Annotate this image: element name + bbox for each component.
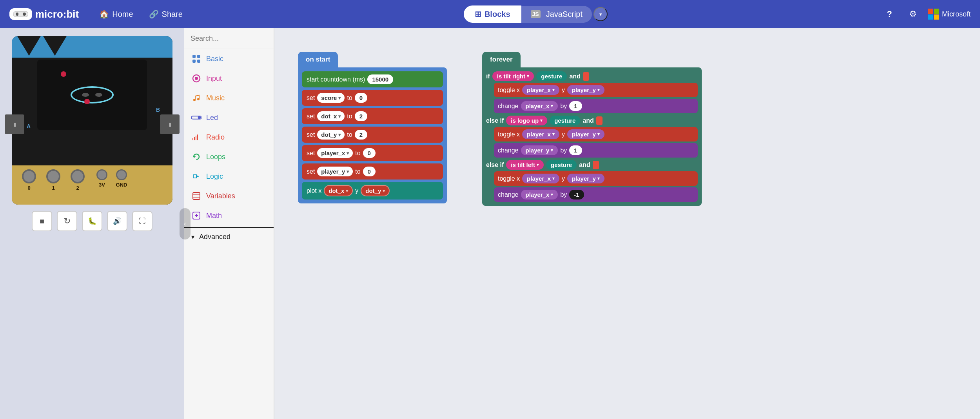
playery-var[interactable]: player_y [317, 167, 353, 176]
main-content: ▮ A ▮ B 0 1 [0, 28, 980, 419]
is-tilt-left[interactable]: is tilt left [506, 160, 544, 170]
set-playerx-block[interactable]: set player_x to 0 [302, 145, 443, 161]
pin-1[interactable]: 1 [44, 169, 63, 191]
doty-value: 2 [355, 130, 367, 140]
category-basic[interactable]: Basic [184, 49, 274, 69]
category-logic[interactable]: Logic [184, 167, 274, 186]
toggle-playerx-3[interactable]: player_x [522, 174, 559, 183]
change-playerx-3[interactable]: player_x [521, 190, 558, 200]
svg-rect-20 [196, 136, 196, 140]
block-categories: Basic Input Music Led [184, 49, 274, 419]
toggle-row-1[interactable]: toggle x player_x y player_y [494, 83, 698, 97]
logo-text: micro:bit [35, 8, 79, 20]
fullscreen-button[interactable]: ⛶ [132, 211, 152, 231]
to-label-5: to [355, 168, 360, 175]
toggle-playery-2[interactable]: player_y [567, 129, 604, 139]
change-row-2[interactable]: change player_y by 1 [494, 143, 698, 158]
toggle-y-label-3: y [562, 175, 565, 182]
set-dotx-block[interactable]: set dot_x to 2 [302, 108, 443, 124]
set-score-block[interactable]: set score to 0 [302, 90, 443, 106]
share-button[interactable]: 🔗 Share [141, 6, 191, 22]
toggle-row-3[interactable]: toggle x player_x y player_y [494, 171, 698, 186]
search-area: 🔍 [184, 28, 274, 49]
category-music[interactable]: Music [184, 88, 274, 108]
change-label-2: change [498, 147, 519, 154]
start-countdown-block[interactable]: start countdown (ms) 15000 [302, 71, 443, 87]
toggle-playerx-1[interactable]: player_x [522, 85, 559, 95]
else-if-label-2: else if [486, 161, 504, 169]
is-logo-up[interactable]: is logo up [506, 116, 547, 125]
pin-0[interactable]: 0 [20, 169, 38, 191]
category-radio[interactable]: Radio [184, 127, 274, 147]
toggle-row-2[interactable]: toggle x player_x y player_y [494, 127, 698, 141]
change-row-1[interactable]: change player_x by 1 [494, 99, 698, 113]
pin-gnd[interactable]: GND [113, 169, 130, 188]
sound-button[interactable]: 🔊 [107, 211, 127, 231]
category-variables[interactable]: Variables [184, 186, 274, 206]
button-a-label: A [27, 123, 31, 129]
toggle-playerx-2[interactable]: player_x [522, 129, 559, 139]
home-button[interactable]: 🏠 Home [91, 6, 141, 22]
led-dot [61, 71, 66, 77]
home-icon: 🏠 [99, 9, 109, 19]
set-playery-block[interactable]: set player_y to 0 [302, 163, 443, 180]
plot-x-var[interactable]: dot_x [324, 185, 353, 196]
stop-button[interactable]: ■ [32, 211, 52, 231]
javascript-tab[interactable]: JS JavaScript [521, 6, 592, 23]
simulator-panel: ▮ A ▮ B 0 1 [0, 28, 184, 419]
forever-header: forever [482, 52, 521, 67]
button-a[interactable]: ▮ [5, 114, 24, 134]
pin-label-1: 1 [52, 185, 54, 191]
plot-y-var[interactable]: dot_y [361, 185, 390, 196]
tab-dropdown-button[interactable]: ▾ [593, 7, 608, 21]
dotx-var[interactable]: dot_x [317, 111, 345, 121]
gesture-label-3: gesture [546, 160, 577, 170]
change-by-label-2: by [560, 147, 567, 154]
button-b[interactable]: ▮ [160, 114, 180, 134]
pin-3v[interactable]: 3V [95, 169, 109, 188]
category-loops[interactable]: Loops [184, 147, 274, 167]
and-label-3: and [579, 161, 590, 169]
microbit-logo-icon [9, 8, 32, 20]
change-row-3[interactable]: change player_x by -1 [494, 187, 698, 202]
svg-rect-4 [928, 9, 933, 14]
doty-var[interactable]: dot_y [317, 130, 345, 140]
svg-rect-8 [192, 55, 196, 58]
workspace[interactable]: on start start countdown (ms) 15000 set … [274, 28, 980, 419]
scroll-handle[interactable]: ‹ [180, 208, 191, 239]
settings-button[interactable]: ⚙ [904, 5, 922, 23]
change-playery-2[interactable]: player_y [521, 145, 558, 155]
stop-icon: ■ [40, 217, 44, 226]
pin-2[interactable]: 2 [68, 169, 87, 191]
basic-icon [191, 54, 201, 64]
js-icon: JS [531, 10, 541, 18]
change-playerx-1[interactable]: player_x [521, 101, 558, 111]
dotx-value: 2 [355, 111, 367, 121]
debug-button[interactable]: 🐛 [82, 211, 102, 231]
on-start-label: on start [306, 56, 330, 63]
score-var[interactable]: score [317, 93, 345, 103]
forever-container: forever if is tilt right gesture and tog… [482, 52, 702, 206]
elseif-block-1: else if is logo up gesture and toggle x … [486, 116, 698, 158]
category-math[interactable]: Math [184, 206, 274, 225]
playerx-value: 0 [363, 148, 376, 158]
help-button[interactable]: ? [881, 5, 898, 23]
svg-rect-5 [934, 9, 939, 14]
search-input[interactable] [191, 34, 281, 43]
playerx-var[interactable]: player_x [317, 148, 353, 158]
tab-switcher: ⊞ Blocks JS JavaScript ▾ [191, 5, 881, 23]
is-tilt-right[interactable]: is tilt right [492, 71, 534, 81]
microbit-device: ▮ A ▮ B 0 1 [12, 36, 172, 205]
plot-block[interactable]: plot x dot_x y dot_y [302, 182, 443, 200]
restart-button[interactable]: ↻ [57, 211, 77, 231]
toggle-playery-1[interactable]: player_y [567, 85, 604, 95]
set-doty-block[interactable]: set dot_y to 2 [302, 127, 443, 143]
svg-point-1 [16, 13, 19, 16]
svg-point-13 [195, 77, 198, 80]
blocks-tab[interactable]: ⊞ Blocks [464, 5, 521, 23]
set-label-5: set [307, 168, 315, 175]
advanced-section[interactable]: ▾ Advanced [184, 227, 274, 246]
toggle-playery-3[interactable]: player_y [567, 174, 604, 183]
category-input[interactable]: Input [184, 69, 274, 88]
category-led[interactable]: Led [184, 108, 274, 127]
